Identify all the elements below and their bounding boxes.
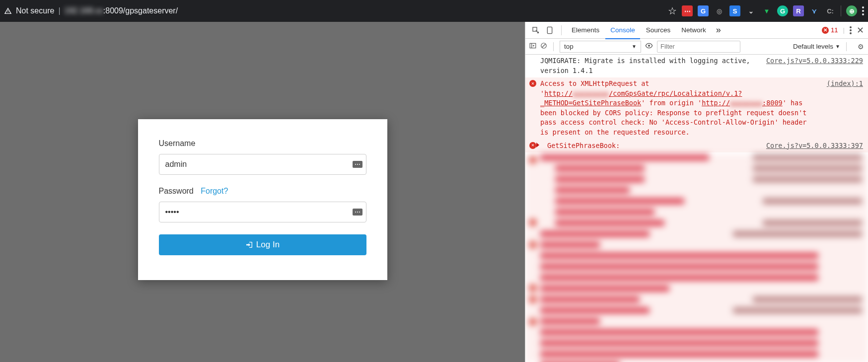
ext-icon[interactable]: S bbox=[729, 5, 740, 16]
clear-console-icon[interactable] bbox=[540, 42, 547, 51]
console-toolbar: top▼ Default levels▼ ⚙ bbox=[525, 39, 868, 55]
console-output: JQMIGRATE: Migrate is installed with log… bbox=[525, 55, 868, 362]
devtools-menu-icon[interactable] bbox=[850, 26, 852, 34]
console-log-row[interactable]: JQMIGRATE: Migrate is installed with log… bbox=[525, 55, 868, 77]
login-arrow-icon bbox=[245, 241, 253, 249]
extension-icons: ☆ ⋯ G ◎ S ⌄ ▼ G R ⋎ C: ⊕ bbox=[668, 5, 864, 17]
log-levels-select[interactable]: Default levels▼ bbox=[793, 43, 840, 50]
warning-icon bbox=[4, 7, 12, 15]
source-link[interactable]: Core.js?v=5.0.0.3333:229 bbox=[756, 56, 863, 75]
svg-point-4 bbox=[648, 45, 650, 47]
password-manager-icon[interactable] bbox=[353, 161, 362, 168]
browser-menu-icon[interactable] bbox=[862, 6, 864, 15]
blurred-errors-region bbox=[525, 154, 868, 362]
ext-icon[interactable]: ⋯ bbox=[682, 5, 693, 16]
browser-omnibox-bar: Not secure | 192.168.xx:8009/gpsgateserv… bbox=[0, 0, 868, 22]
error-count-badge[interactable]: ✕ 11 bbox=[822, 26, 838, 34]
close-devtools-icon[interactable]: ✕ bbox=[857, 25, 864, 36]
error-icon: ✕ bbox=[529, 80, 536, 87]
bookmark-star-icon[interactable]: ☆ bbox=[668, 5, 677, 17]
svg-rect-2 bbox=[530, 43, 536, 48]
error-icon: ✕ bbox=[529, 142, 536, 149]
login-button[interactable]: Log In bbox=[159, 234, 366, 255]
grammarly-icon[interactable]: G bbox=[777, 5, 788, 16]
console-filter-input[interactable] bbox=[657, 41, 740, 53]
source-link[interactable]: (index):1 bbox=[817, 79, 863, 137]
forgot-link[interactable]: Forgot? bbox=[201, 187, 228, 195]
source-link[interactable]: Core.js?v=5.0.0.3333:397 bbox=[756, 141, 863, 151]
pocket-icon[interactable]: ⌄ bbox=[745, 5, 756, 16]
password-input[interactable] bbox=[159, 202, 366, 222]
username-label: Username bbox=[159, 139, 366, 148]
shield-icon[interactable]: ▼ bbox=[761, 5, 772, 16]
tab-network[interactable]: Network bbox=[676, 22, 711, 39]
device-toolbar-icon[interactable] bbox=[543, 24, 556, 37]
tab-elements[interactable]: Elements bbox=[567, 22, 604, 39]
profile-avatar[interactable]: ⊕ bbox=[846, 5, 857, 16]
not-secure-label: Not secure bbox=[16, 6, 54, 15]
devtools-panel: Elements Console Sources Network » ✕ 11 … bbox=[525, 22, 868, 362]
password-manager-icon[interactable] bbox=[353, 209, 362, 216]
login-card: Username Password Forgot? Log In bbox=[138, 119, 387, 280]
execution-context-select[interactable]: top▼ bbox=[560, 41, 641, 53]
console-settings-icon[interactable]: ⚙ bbox=[858, 43, 864, 51]
page-viewport: Username Password Forgot? Log In bbox=[0, 22, 525, 362]
security-indicator[interactable]: Not secure | bbox=[4, 6, 61, 15]
url-display[interactable]: 192.168.xx:8009/gpsgateserver/ bbox=[65, 6, 178, 15]
password-label: Password bbox=[159, 187, 194, 195]
ext-icon[interactable]: R bbox=[793, 5, 804, 16]
inspect-element-icon[interactable] bbox=[529, 24, 542, 37]
error-icon: ✕ bbox=[822, 27, 829, 34]
devtools-tab-bar: Elements Console Sources Network » ✕ 11 … bbox=[525, 22, 868, 39]
console-error-row[interactable]: ✕ Access to XMLHttpRequest at 'http://xx… bbox=[525, 77, 868, 139]
ext-icon[interactable]: C: bbox=[825, 5, 836, 16]
console-error-row[interactable]: ✕ GetSitePhraseBook: Core.js?v=5.0.0.333… bbox=[525, 140, 868, 153]
tab-console[interactable]: Console bbox=[605, 22, 640, 39]
tab-sources[interactable]: Sources bbox=[641, 22, 676, 39]
live-expression-icon[interactable] bbox=[645, 42, 653, 51]
svg-rect-1 bbox=[547, 27, 552, 33]
console-sidebar-toggle-icon[interactable] bbox=[529, 42, 536, 51]
username-input[interactable] bbox=[159, 154, 366, 175]
translate-icon[interactable]: G bbox=[698, 5, 709, 16]
ext-icon[interactable]: ⋎ bbox=[809, 5, 820, 16]
more-tabs-icon[interactable]: » bbox=[716, 25, 721, 35]
ext-icon[interactable]: ◎ bbox=[714, 5, 724, 16]
expand-triangle-icon[interactable] bbox=[536, 143, 539, 147]
